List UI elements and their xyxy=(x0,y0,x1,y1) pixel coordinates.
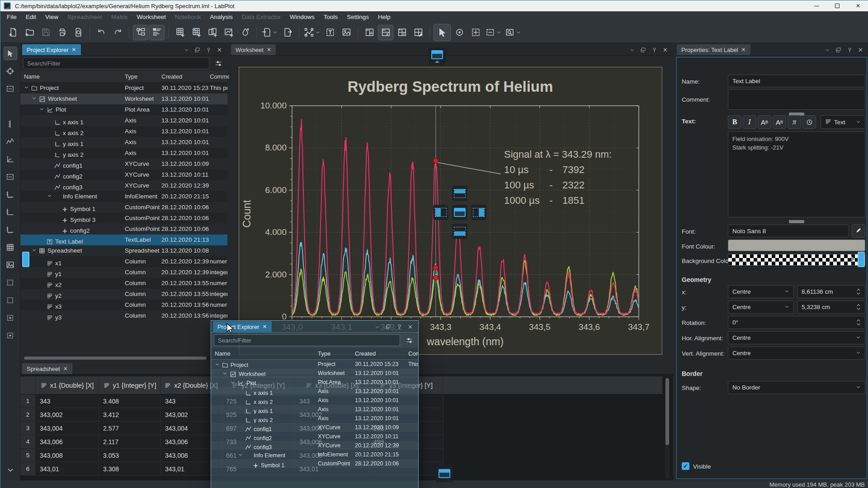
tree-row-symbol-1[interactable]: Symbol 1CustomPoint28.12.2020 10:06 xyxy=(211,459,418,468)
tree-row-config2[interactable]: config2XYCurve13.12.2020 10:11 xyxy=(211,432,418,441)
menu-settings[interactable]: Settings xyxy=(342,11,373,22)
menu-edit[interactable]: Edit xyxy=(21,11,41,22)
cell[interactable]: 2.577 xyxy=(99,422,161,435)
tree-row-plot[interactable]: PlotPlot Area13.12.2020 10:01 xyxy=(211,378,418,387)
tree-row-worksheet[interactable]: WorksheetWorksheet13.12.2020 10:01 xyxy=(211,369,418,378)
tree-row-y-axis-1[interactable]: y axis 1Axis13.12.2020 10:01 xyxy=(211,405,418,414)
tree-row-plot[interactable]: PlotPlot Area13.12.2020 10:01 xyxy=(20,104,227,115)
color-maps-button[interactable] xyxy=(237,25,253,40)
superscript-button[interactable]: AB xyxy=(758,115,771,129)
italic-button[interactable]: I xyxy=(743,115,756,129)
dock-close-icon[interactable]: ✕ xyxy=(217,47,222,53)
worksheet-tool-dashbox-7[interactable] xyxy=(4,170,17,183)
column-header-name[interactable]: Name xyxy=(215,350,231,357)
tab-spreadsheet[interactable]: Spreadsheet ✕ xyxy=(22,363,72,374)
tree-row-config2[interactable]: config2XYCurve13.12.2020 10:11 xyxy=(20,169,227,180)
search-input[interactable]: Search/Filter xyxy=(214,334,400,346)
filter-options-icon[interactable] xyxy=(212,57,225,69)
toolbar-overflow-chevron-icon[interactable] xyxy=(6,466,14,476)
cell[interactable]: 3.412 xyxy=(99,408,161,422)
visible-checkbox[interactable]: ✓ xyxy=(682,462,689,470)
worksheet-tool-imgbox-12[interactable] xyxy=(4,258,17,272)
tree-row-config3[interactable]: config3XYCurve20.12.2020 12:39 xyxy=(211,441,418,450)
tab-project-explorer[interactable]: Project Explorer ✕ xyxy=(22,44,81,55)
export-button[interactable] xyxy=(280,25,295,40)
cell[interactable]: 343,004 xyxy=(36,422,99,435)
menu-windows[interactable]: Windows xyxy=(285,11,319,22)
cell[interactable]: 343 xyxy=(36,394,99,408)
floating-project-explorer[interactable]: Project Explorer ✕ ✕ Search/Filter NameT… xyxy=(211,320,419,488)
cell[interactable]: 3.308 xyxy=(99,462,161,476)
pi-button[interactable]: π xyxy=(788,115,801,129)
row-number[interactable]: 4 xyxy=(20,435,36,449)
close-icon[interactable]: ✕ xyxy=(262,324,267,330)
dock-float-icon[interactable] xyxy=(194,47,200,53)
tree-row-x2[interactable]: x2Column20.12.2020 13:55numerical xyxy=(20,278,227,289)
worksheet-tool-dotbox-14[interactable] xyxy=(4,293,17,307)
tree-row-config1[interactable]: config1XYCurve13.12.2020 10:09 xyxy=(211,423,418,432)
search-input[interactable]: Search/Filter xyxy=(23,57,209,69)
tree-row-x-axis-1[interactable]: x axis 1Axis13.12.2020 10:01 xyxy=(211,387,418,396)
cell[interactable]: 343,002 xyxy=(36,408,99,422)
tree-row-config2[interactable]: config2CustomPoint28.12.2020 10:06 xyxy=(20,224,227,235)
y-anchor-select[interactable]: Centre xyxy=(728,300,794,314)
tab-project-explorer-floating[interactable]: Project Explorer ✕ xyxy=(213,321,272,332)
toggle-properties-explorer-button[interactable] xyxy=(149,25,165,40)
dock-options-icon[interactable] xyxy=(825,47,830,52)
cell[interactable]: 343,008 xyxy=(36,449,99,462)
row-number[interactable]: 3 xyxy=(20,422,36,435)
background-colour-swatch[interactable] xyxy=(728,254,865,266)
tree-row-y-axis-1[interactable]: y axis 1Axis13.12.2020 10:01 xyxy=(20,137,227,148)
menu-file[interactable]: File xyxy=(2,11,21,22)
tree-header[interactable]: NameTypeCreatedCommen xyxy=(20,71,227,83)
font-picker-button[interactable] xyxy=(852,224,865,238)
row-number[interactable]: 5 xyxy=(20,449,36,462)
select-and-edit-button[interactable] xyxy=(434,24,451,41)
dock-float-icon[interactable] xyxy=(640,47,646,53)
minimize-button[interactable] xyxy=(806,0,827,11)
row-number[interactable]: 1 xyxy=(20,394,36,408)
redo-button[interactable] xyxy=(110,25,125,40)
tree-row-y1[interactable]: y1Column20.12.2020 12:39integer da xyxy=(20,267,227,278)
tree-row-symbol-1[interactable]: Symbol 1CustomPoint28.12.2020 10:06 xyxy=(20,202,227,213)
column-header-name[interactable]: Name xyxy=(24,73,40,80)
tree-row-x-axis-1[interactable]: x axis 1Axis13.12.2020 10:01 xyxy=(20,115,227,126)
x-anchor-select[interactable]: Centre xyxy=(728,285,794,298)
menu-matrix[interactable]: Matrix xyxy=(107,11,132,22)
magnification-button[interactable] xyxy=(504,25,522,40)
menu-spreadsheet[interactable]: Spreadsheet xyxy=(63,11,107,22)
column-header-created[interactable]: Created xyxy=(355,350,376,357)
add-text-label-button[interactable] xyxy=(322,25,338,40)
new-datapicker-button[interactable] xyxy=(221,25,236,40)
worksheet-tool-cursor-0[interactable] xyxy=(4,47,17,60)
menu-analysis[interactable]: Analysis xyxy=(205,11,237,22)
tree-row-y-axis-2[interactable]: y axis 2Axis13.12.2020 10:01 xyxy=(20,148,227,159)
horizontal-scrollbar[interactable] xyxy=(23,356,224,360)
select-region-button[interactable] xyxy=(484,25,503,40)
worksheet-tool-dotbox2-15[interactable] xyxy=(4,311,17,324)
worksheet-tool-grid3-11[interactable] xyxy=(4,240,17,254)
menu-worksheet[interactable]: Worksheet xyxy=(132,11,170,22)
column-header-y1[interactable]: y1 {Integer} [Y] xyxy=(99,376,161,394)
dock-options-icon[interactable] xyxy=(375,324,380,329)
hor-alignment-select[interactable]: Centre xyxy=(728,331,865,344)
save-project-button[interactable] xyxy=(38,25,53,40)
menu-notebook[interactable]: Notebook xyxy=(170,11,206,22)
horizontal-layout-button[interactable] xyxy=(378,25,393,40)
zoom-and-select-button[interactable] xyxy=(468,25,483,40)
row-number[interactable]: 2 xyxy=(20,408,36,422)
row-number[interactable]: 6 xyxy=(20,462,36,476)
column-header-x1[interactable]: x1 {Double} [X] xyxy=(36,376,99,394)
dock-close-icon[interactable]: ✕ xyxy=(858,47,863,53)
tree-row-project[interactable]: ProjectProject30.11.2020 15:23This proje xyxy=(211,360,418,369)
tree-row-config1[interactable]: config1XYCurve13.12.2020 10:09 xyxy=(20,159,227,169)
cell[interactable]: 2.117 xyxy=(99,435,161,449)
close-icon[interactable]: ✕ xyxy=(267,47,271,53)
tree-row-y2[interactable]: y2Column20.12.2020 13:55integer da xyxy=(20,289,227,300)
vertical-layout-button[interactable] xyxy=(362,25,377,40)
dock-pin-icon[interactable] xyxy=(396,324,402,330)
tree-row-x3[interactable]: x3Column20.12.2020 13:56numerical xyxy=(20,300,227,310)
cell[interactable]: 343,01 xyxy=(36,462,99,476)
worksheet-tool-dashbox2-3[interactable] xyxy=(4,99,17,113)
tree-row-y-axis-2[interactable]: y axis 2Axis13.12.2020 10:01 xyxy=(211,414,418,423)
